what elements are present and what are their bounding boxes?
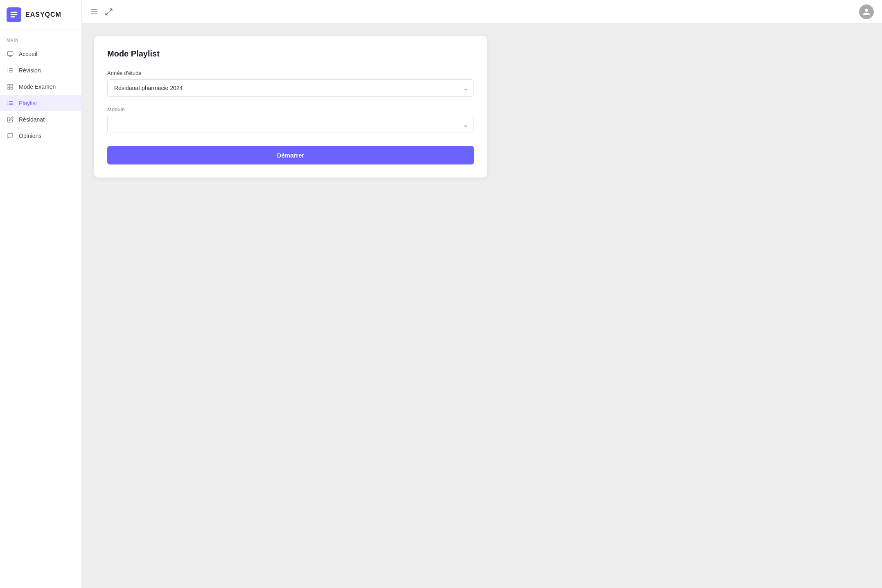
sidebar-item-revision-label: Révision (19, 67, 41, 74)
svg-rect-0 (11, 12, 18, 13)
module-select[interactable] (107, 116, 474, 133)
sidebar-item-residanat-label: Résidanat (19, 116, 45, 123)
expand-button[interactable] (105, 8, 113, 16)
svg-rect-15 (8, 87, 10, 89)
svg-rect-2 (11, 16, 15, 18)
monitor-icon (7, 50, 14, 58)
content-area: Mode Playlist Année d'étude Résidanat ph… (82, 24, 882, 588)
svg-rect-14 (11, 87, 13, 89)
main-area: Mode Playlist Année d'étude Résidanat ph… (82, 0, 882, 588)
list-bullet-icon (7, 99, 14, 107)
menu-button[interactable] (90, 8, 98, 16)
card-title: Mode Playlist (107, 49, 474, 59)
sidebar: EASYQCM MAIN Accueil Révision (0, 0, 82, 588)
app-name: EASYQCM (25, 11, 61, 18)
topbar-left (90, 8, 113, 16)
module-form-group: Module ⌄ (107, 106, 474, 133)
sidebar-item-playlist-label: Playlist (19, 100, 37, 106)
chat-icon (7, 132, 14, 140)
avatar[interactable] (859, 5, 874, 19)
sidebar-item-accueil[interactable]: Accueil (0, 46, 81, 62)
svg-rect-12 (8, 84, 10, 86)
sidebar-item-mode-examen-label: Mode Examen (19, 83, 56, 90)
sidebar-item-residanat[interactable]: Résidanat (0, 111, 81, 128)
topbar (82, 0, 882, 24)
sidebar-item-mode-examen[interactable]: Mode Examen (0, 79, 81, 95)
annee-select[interactable]: Résidanat pharmacie 2024 Résidanat médec… (107, 79, 474, 97)
svg-rect-3 (7, 52, 13, 55)
start-button[interactable]: Démarrer (107, 146, 474, 164)
sidebar-item-revision[interactable]: Révision (0, 62, 81, 79)
svg-rect-13 (11, 84, 13, 86)
module-select-wrapper: ⌄ (107, 116, 474, 133)
logo-icon (7, 7, 21, 22)
sidebar-item-opinions-label: Opinions (19, 133, 41, 139)
annee-select-wrapper: Résidanat pharmacie 2024 Résidanat médec… (107, 79, 474, 97)
svg-line-26 (106, 12, 108, 15)
sidebar-item-playlist[interactable]: Playlist (0, 95, 81, 111)
annee-form-group: Année d'étude Résidanat pharmacie 2024 R… (107, 70, 474, 97)
sidebar-section-label: MAIN (0, 30, 81, 46)
sidebar-item-accueil-label: Accueil (19, 51, 37, 57)
annee-label: Année d'étude (107, 70, 474, 76)
sidebar-item-opinions[interactable]: Opinions (0, 128, 81, 144)
svg-rect-1 (11, 14, 18, 15)
playlist-card: Mode Playlist Année d'étude Résidanat ph… (94, 36, 487, 178)
edit-icon (7, 116, 14, 123)
module-label: Module (107, 106, 474, 113)
svg-line-25 (110, 9, 112, 11)
sidebar-header: EASYQCM (0, 0, 81, 30)
grid-icon (7, 83, 14, 90)
list-icon (7, 67, 14, 74)
